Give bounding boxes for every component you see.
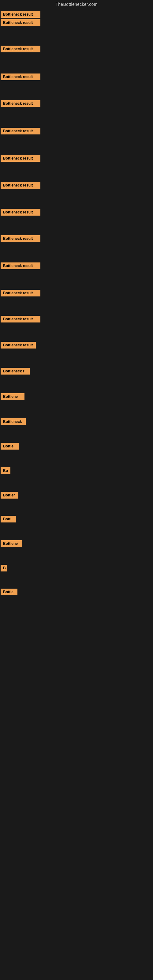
bottleneck-badge-3[interactable]: Bottleneck result: [1, 46, 40, 52]
bottleneck-badge-23[interactable]: B: [1, 565, 7, 571]
bottleneck-badge-15[interactable]: Bottleneck r: [1, 368, 30, 375]
site-title: TheBottlenecker.com: [0, 0, 153, 8]
bottleneck-badge-18[interactable]: Bottle: [1, 443, 19, 450]
bottleneck-badge-12[interactable]: Bottleneck result: [1, 290, 40, 296]
bottleneck-badge-14[interactable]: Bottleneck result: [1, 342, 36, 348]
bottleneck-badge-13[interactable]: Bottleneck result: [1, 316, 40, 323]
bottleneck-badge-10[interactable]: Bottleneck result: [1, 235, 40, 242]
bottleneck-badge-17[interactable]: Bottleneck: [1, 418, 26, 425]
bottleneck-badge-21[interactable]: Bottl: [1, 516, 16, 522]
bottleneck-badge-9[interactable]: Bottleneck result: [1, 209, 40, 216]
bottleneck-badge-20[interactable]: Bottler: [1, 492, 18, 499]
bottleneck-badge-5[interactable]: Bottleneck result: [1, 100, 40, 107]
bottleneck-badge-19[interactable]: Bo: [1, 467, 10, 474]
bottleneck-badge-16[interactable]: Bottlene: [1, 393, 24, 400]
bottleneck-badge-6[interactable]: Bottleneck result: [1, 128, 40, 134]
bottleneck-badge-24[interactable]: Bottle: [1, 589, 18, 595]
bottleneck-badge-8[interactable]: Bottleneck result: [1, 182, 40, 189]
bottleneck-badge-2[interactable]: Bottleneck result: [1, 19, 40, 26]
bottleneck-badge-11[interactable]: Bottleneck result: [1, 262, 40, 269]
bottleneck-badge-1[interactable]: Bottleneck result: [1, 11, 40, 18]
bottleneck-badge-7[interactable]: Bottleneck result: [1, 155, 40, 162]
bottleneck-badge-22[interactable]: Bottlene: [1, 540, 22, 547]
bottleneck-badge-4[interactable]: Bottleneck result: [1, 73, 40, 80]
